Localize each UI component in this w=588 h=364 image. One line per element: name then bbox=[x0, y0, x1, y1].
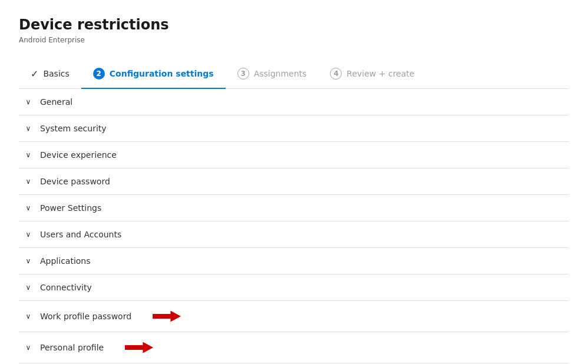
sections-list: ∨General∨System security∨Device experien… bbox=[19, 89, 569, 363]
chevron-down-icon: ∨ bbox=[24, 343, 33, 352]
chevron-down-icon: ∨ bbox=[24, 230, 33, 239]
section-label-system-security: System security bbox=[40, 124, 107, 133]
section-label-general: General bbox=[40, 97, 72, 107]
chevron-down-icon: ∨ bbox=[24, 283, 33, 292]
section-item-personal-profile[interactable]: ∨Personal profile bbox=[19, 332, 569, 363]
step-3-badge: 3 bbox=[237, 68, 249, 80]
section-label-device-experience: Device experience bbox=[40, 150, 117, 160]
svg-marker-1 bbox=[125, 342, 153, 353]
checkmark-icon: ✓ bbox=[31, 68, 38, 80]
step-4-badge: 4 bbox=[330, 68, 342, 80]
red-arrow-icon bbox=[153, 309, 181, 323]
page-container: Device restrictions Android Enterprise ✓… bbox=[0, 0, 588, 364]
tab-configuration-settings-label: Configuration settings bbox=[110, 69, 214, 78]
tab-review-create[interactable]: 4 Review + create bbox=[318, 61, 426, 88]
section-label-connectivity: Connectivity bbox=[40, 283, 92, 292]
section-item-device-password[interactable]: ∨Device password bbox=[19, 168, 569, 195]
svg-marker-0 bbox=[153, 310, 181, 322]
red-arrow-icon bbox=[125, 340, 153, 355]
section-label-power-settings: Power Settings bbox=[40, 203, 101, 213]
chevron-down-icon: ∨ bbox=[24, 151, 33, 159]
wizard-steps: ✓ Basics 2 Configuration settings 3 Assi… bbox=[19, 61, 569, 89]
section-item-general[interactable]: ∨General bbox=[19, 89, 569, 115]
section-item-device-experience[interactable]: ∨Device experience bbox=[19, 142, 569, 168]
tab-basics[interactable]: ✓ Basics bbox=[19, 61, 81, 88]
section-label-device-password: Device password bbox=[40, 177, 110, 186]
tab-review-create-label: Review + create bbox=[346, 69, 414, 78]
section-label-users-accounts: Users and Accounts bbox=[40, 230, 121, 239]
tab-configuration-settings[interactable]: 2 Configuration settings bbox=[81, 61, 226, 89]
chevron-down-icon: ∨ bbox=[24, 257, 33, 265]
chevron-down-icon: ∨ bbox=[24, 177, 33, 186]
section-item-users-accounts[interactable]: ∨Users and Accounts bbox=[19, 221, 569, 248]
tab-assignments[interactable]: 3 Assignments bbox=[226, 61, 319, 88]
section-item-system-security[interactable]: ∨System security bbox=[19, 115, 569, 142]
chevron-down-icon: ∨ bbox=[24, 98, 33, 106]
chevron-down-icon: ∨ bbox=[24, 312, 33, 320]
page-subtitle: Android Enterprise bbox=[19, 36, 569, 44]
page-title: Device restrictions bbox=[19, 16, 569, 34]
section-item-power-settings[interactable]: ∨Power Settings bbox=[19, 195, 569, 221]
tab-assignments-label: Assignments bbox=[254, 69, 307, 78]
step-2-badge: 2 bbox=[93, 68, 105, 80]
chevron-down-icon: ∨ bbox=[24, 124, 33, 133]
section-label-applications: Applications bbox=[40, 256, 91, 266]
section-item-applications[interactable]: ∨Applications bbox=[19, 248, 569, 274]
section-label-personal-profile: Personal profile bbox=[40, 343, 104, 352]
section-item-work-profile-password[interactable]: ∨Work profile password bbox=[19, 301, 569, 332]
section-item-connectivity[interactable]: ∨Connectivity bbox=[19, 274, 569, 301]
section-label-work-profile-password: Work profile password bbox=[40, 312, 131, 321]
chevron-down-icon: ∨ bbox=[24, 204, 33, 212]
tab-basics-label: Basics bbox=[43, 69, 69, 78]
